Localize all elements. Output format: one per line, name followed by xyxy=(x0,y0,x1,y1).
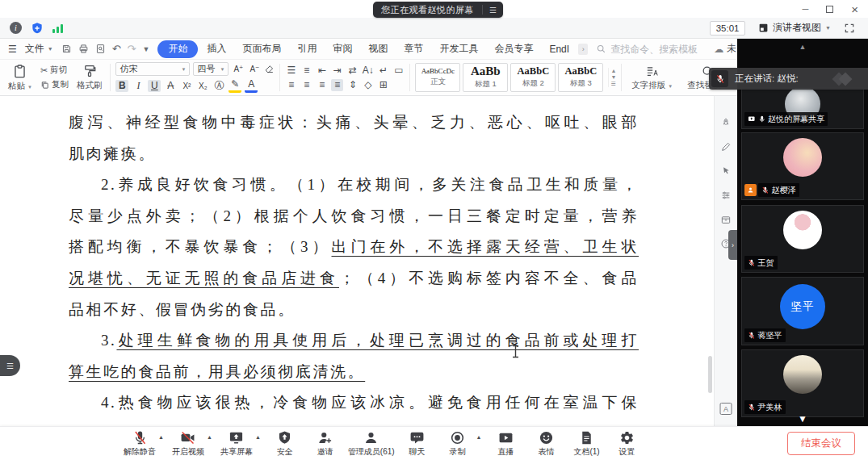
document-canvas[interactable]: 腹泻、神经型食物中毒症状：头痛、头晕、乏力、恶心、呕吐、眼部肌肉瘫痪。2.养成良… xyxy=(0,96,714,426)
wps-tab-8[interactable]: 会员专享 xyxy=(487,40,540,57)
quick-tools-icon[interactable] xyxy=(720,117,732,128)
vertical-scrollbar[interactable] xyxy=(708,356,712,393)
view-mode-button[interactable]: 演讲者视图 ▼ xyxy=(755,19,834,36)
wps-tab-6[interactable]: 章节 xyxy=(396,40,430,57)
underline-button[interactable]: U xyxy=(148,80,161,92)
line-spacing-button[interactable]: ⇕ xyxy=(346,79,359,91)
style-card[interactable]: AaBb标题 1 xyxy=(463,63,508,92)
sync-status-button[interactable]: ☁未同步 xyxy=(714,42,737,56)
text-tool-icon[interactable]: A xyxy=(720,403,732,415)
minimize-button[interactable]: ─ xyxy=(802,4,808,14)
italic-button[interactable]: I xyxy=(132,80,145,92)
toolbar-mic-muted-button[interactable]: 解除静音 xyxy=(122,430,157,458)
gallery-more-icon[interactable]: ☰ xyxy=(610,81,616,87)
style-card[interactable]: AaBbCcDc正文 xyxy=(415,63,460,92)
cut-button[interactable]: ✂剪切 xyxy=(40,65,69,76)
panel-collapse-tab[interactable]: › xyxy=(728,230,737,260)
superscript-button[interactable]: X² xyxy=(180,80,193,92)
subscript-button[interactable]: X₂ xyxy=(196,80,209,92)
bold-button[interactable]: B xyxy=(115,80,128,92)
paste-button[interactable]: 粘贴 ▼ xyxy=(5,63,36,93)
expand-caret[interactable]: ▲ xyxy=(476,434,482,440)
wps-tab-7[interactable]: 开发工具 xyxy=(432,40,485,57)
network-signal-icon[interactable] xyxy=(52,23,63,33)
text-frame-button[interactable]: ▭ xyxy=(392,65,405,77)
align-left-button[interactable]: ≡ xyxy=(285,79,297,91)
undo-icon[interactable]: ↶ xyxy=(112,43,121,55)
security-shield-icon[interactable] xyxy=(31,22,44,35)
toolbar-live-button[interactable]: 直播 xyxy=(489,430,524,458)
align-right-button[interactable]: ≡ xyxy=(316,79,328,91)
redo-icon[interactable]: ↷ xyxy=(128,43,136,55)
increase-indent-button[interactable]: ⇥ xyxy=(331,65,343,77)
bullet-list-button[interactable]: ☰ xyxy=(285,65,297,77)
submenu-chevron-icon[interactable]: › xyxy=(578,44,588,55)
banner-menu-icon[interactable]: ☰ xyxy=(483,6,503,15)
select-pointer-icon[interactable] xyxy=(720,165,732,177)
search-input[interactable] xyxy=(610,44,706,55)
meeting-info-icon[interactable]: i xyxy=(10,22,22,34)
gallery-down-icon[interactable]: ▼ xyxy=(610,74,616,80)
participant-tile[interactable]: 赵悦的屏幕共享 xyxy=(741,87,864,129)
participant-tile[interactable]: 尹美林 xyxy=(741,349,864,417)
print-icon[interactable] xyxy=(78,44,89,54)
font-name-select[interactable]: 仿宋▼ xyxy=(115,62,190,76)
participant-tile[interactable]: 王贺 xyxy=(741,205,864,273)
wps-tab-1[interactable]: 插入 xyxy=(199,40,233,57)
maximize-button[interactable] xyxy=(826,2,833,16)
decrease-indent-button[interactable]: ⇤ xyxy=(316,65,328,77)
toolbar-chat-button[interactable]: 聊天 xyxy=(400,430,435,458)
align-center-button[interactable]: ≡ xyxy=(300,79,312,91)
gallery-up-icon[interactable]: ▲ xyxy=(610,68,616,73)
expand-caret[interactable]: ▲ xyxy=(255,434,261,440)
justify-button[interactable]: ≡ xyxy=(331,79,343,91)
highlight-color-button[interactable]: ✎ xyxy=(229,78,241,93)
asian-layout-button[interactable]: ⇄ xyxy=(346,65,359,77)
end-meeting-button[interactable]: 结束会议 xyxy=(787,432,855,455)
print-preview-icon[interactable] xyxy=(95,44,106,54)
participant-tile[interactable]: 坚平蒋坚平 xyxy=(741,277,864,345)
annotate-pen-icon[interactable] xyxy=(720,141,732,153)
app-menu-icon[interactable]: ☰ xyxy=(8,44,17,55)
strikethrough-button[interactable]: A xyxy=(164,80,177,92)
participant-tile[interactable]: 赵樱泽 xyxy=(741,132,864,200)
fullscreen-icon[interactable] xyxy=(844,23,855,34)
save-icon[interactable] xyxy=(61,44,72,54)
floating-menu-handle[interactable]: ☰ xyxy=(0,355,20,376)
expand-caret[interactable]: ▲ xyxy=(158,434,164,440)
file-menu[interactable]: 文件▼ xyxy=(25,42,53,56)
shading-button[interactable]: ◇ xyxy=(362,79,374,91)
font-size-select[interactable]: 四号▼ xyxy=(193,62,229,76)
clear-format-icon[interactable] xyxy=(264,64,275,74)
grow-font-button[interactable]: A⁺ xyxy=(232,63,245,75)
toolbar-emoji-button[interactable]: 表情 xyxy=(529,430,564,458)
toolbar-camera-off-button[interactable]: 开启视频 xyxy=(170,430,206,458)
wps-tab-9[interactable]: EndI xyxy=(542,42,577,56)
font-color-button[interactable]: A xyxy=(245,78,258,93)
toolbar-gear-button[interactable]: 设置 xyxy=(610,430,645,458)
numbered-list-button[interactable]: ≡ xyxy=(300,65,312,77)
character-border-button[interactable]: Ⓐ xyxy=(212,80,225,92)
borders-button[interactable]: ⊞ xyxy=(377,79,389,91)
style-gallery-arrows[interactable]: ▲▼☰ xyxy=(608,68,616,87)
toolbar-person-button[interactable]: 管理成员(61) xyxy=(348,430,395,458)
paragraph-mark-button[interactable]: ↵ xyxy=(377,65,389,77)
toolbar-shield-button[interactable]: 安全 xyxy=(267,430,303,458)
wps-tab-2[interactable]: 页面布局 xyxy=(235,40,288,57)
wps-tab-5[interactable]: 视图 xyxy=(361,40,395,57)
scroll-up-arrow[interactable]: ▲ xyxy=(799,43,807,51)
resources-box-icon[interactable] xyxy=(720,214,732,225)
close-button[interactable]: × xyxy=(851,2,858,16)
style-card[interactable]: AaBbC标题 3 xyxy=(558,63,603,92)
format-painter-button[interactable]: 格式刷 xyxy=(73,63,106,92)
customize-quickbar-icon[interactable]: ▼ xyxy=(143,45,150,53)
style-card[interactable]: AaBbC标题 2 xyxy=(510,63,556,92)
toolbar-person-add-button[interactable]: 邀请 xyxy=(308,430,343,458)
text-layout-button[interactable]: 文字排版 ▼ xyxy=(627,65,677,91)
sort-button[interactable]: A↓ xyxy=(362,65,374,77)
command-search[interactable] xyxy=(596,44,706,55)
wps-tab-4[interactable]: 审阅 xyxy=(325,40,359,57)
toolbar-record-button[interactable]: 录制 xyxy=(440,430,476,458)
toolbar-doc-button[interactable]: 文档(1) xyxy=(569,430,605,458)
properties-sliders-icon[interactable] xyxy=(720,190,732,201)
